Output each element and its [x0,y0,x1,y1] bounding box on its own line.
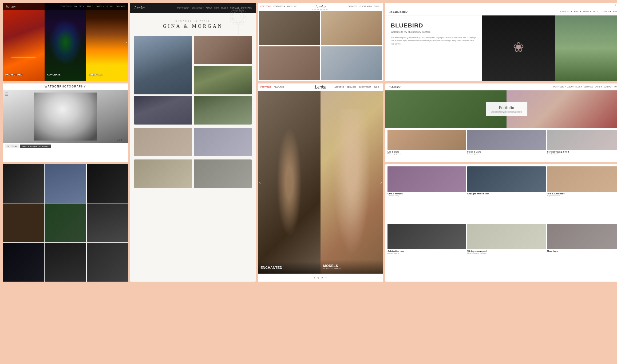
av-nav-portfolio[interactable]: PORTFOLIO ▾ [553,86,566,88]
grid-photo-4[interactable] [3,203,44,242]
aventine-bottom-grid: Gina & Morgan A modern family Engaged at… [385,164,617,282]
nav-pages[interactable]: PAGES ▾ [96,5,104,7]
nav-contact[interactable]: CONTACT [116,5,125,7]
nav-client[interactable]: CLIENT AREA [359,86,371,88]
aventine-portfolio-card: Portfolio Welcome to my photography port… [486,102,527,116]
bluebird-social-bar: f t P g+ [385,3,617,8]
av-item-3[interactable]: Forever young & wild A modern family [547,130,617,160]
grid-photo-8[interactable] [45,243,86,282]
av-b-item-1[interactable]: Gina & Morgan A modern family [387,166,466,222]
nav-services[interactable]: SERVICES [347,86,356,88]
nav-portfolio-active[interactable]: PORTFOLIO [260,86,271,88]
footer-pinterest[interactable]: P [321,276,323,279]
nav-about[interactable]: ABOUT [87,5,93,7]
av-item-2-title: Fiona & Mark [467,151,546,153]
bluebird-subtitle: Welcome to my photography portfolio [391,31,477,33]
watson-photo-grid [3,164,128,282]
gina-nav-galleries[interactable]: GALLERIES ▾ [192,7,204,9]
av-nav-services[interactable]: SERVICES [584,86,593,88]
gina-nav-about[interactable]: ABOUT [206,7,212,9]
gina-nav-portfolio[interactable]: PORTFOLIO ▾ [177,7,189,9]
ps-nav-portfolio[interactable]: PORTFOLIO [260,5,271,7]
bb-nav-portfolio[interactable]: PORTFOLIO ▾ [560,11,572,13]
av-nav-purchase[interactable]: PURCHASE [614,86,617,88]
av-b-item-6-title: More items [547,250,617,252]
festival-image [86,3,128,81]
av-b-item-2[interactable]: Engaged at the beach [467,166,546,222]
bb-nav-clients[interactable]: CLIENTS ▾ [602,11,611,13]
watson-grid-panel [3,164,128,282]
horizon-img-3[interactable]: FESTIVALS › [86,3,128,81]
bb-nav-blog[interactable]: BLOG ▾ [574,11,581,13]
svg-text:Lenka: Lenka [315,4,326,9]
page-indicator: 1 / 4 [117,138,122,141]
ps-preview-3 [259,46,320,81]
main-layout: horizon PORTFOLIO GALLERY ▾ ABOUT PAGES … [0,0,617,364]
bb-nav-about[interactable]: ABOUT [593,11,599,13]
watson-menu-icon[interactable]: ☰ [5,92,8,96]
bluebird-desc: With Bluebird photography theme you can … [391,36,477,46]
car-image [3,3,45,81]
horizon-img-2[interactable]: CONCERTS [45,3,86,81]
nav-gallery[interactable]: GALLERY ▾ [74,5,84,7]
ps-nav-client[interactable]: CLIENT AREA [359,5,371,7]
nav-blog[interactable]: BLOG ▾ [106,5,113,7]
av-item-1-title: Lila & Chad [387,151,466,153]
grid-photo-9[interactable] [87,243,128,282]
nav-portfolio[interactable]: PORTFOLIO [61,5,71,7]
horizon-label-2: CONCERTS [47,73,61,76]
filters-button[interactable]: FILTERS ▦ [5,145,19,148]
grid-photo-3[interactable] [87,164,128,203]
grid-photo-5[interactable] [45,203,86,242]
bb-nav-pages[interactable]: PAGES ▾ [583,11,591,13]
gina-nav-bio[interactable]: BIO ▾ [214,7,219,9]
footer-facebook[interactable]: f [314,276,315,279]
enchanted-label-container: ENCHANTED [258,262,321,274]
bluebird-img-dark: ❀ [482,15,555,81]
grid-photo-1[interactable] [3,164,44,203]
nav-features[interactable]: FEATURES ▾ [274,86,286,88]
av-nav-about[interactable]: ABOUT [567,86,574,88]
av-item-2-sub: Urban engagement [467,153,546,155]
next-arrow[interactable]: → [123,138,125,141]
prev-arrow[interactable]: ← [114,138,116,141]
av-item-3-sub: A modern family [547,153,617,155]
av-item-2[interactable]: Fiona & Mark Urban engagement [467,130,546,160]
bluebird-content: BLUEBIRD Welcome to my photography portf… [385,15,617,81]
slider-arrow-right[interactable]: › [380,179,382,185]
av-b-item-3-title: Tom & Antoinette [547,193,617,195]
av-nav-blog[interactable]: BLOG ▾ [575,86,582,88]
horizon-img-1[interactable]: PROJECT RED [3,3,45,81]
ps-nav-aboutme[interactable]: ABOUT ME [287,5,297,7]
av-b-item-4[interactable]: Celebrating love A family in paris [387,224,466,280]
ps-nav-blog[interactable]: BLOG ▾ [374,5,381,7]
av-b-item-3[interactable]: Tom & Antoinette A special occasion [547,166,617,222]
bluebird-social-fb[interactable]: f [615,4,616,6]
aventine-top-panel: ✦ Aventine PORTFOLIO ▾ ABOUT BLOG ▾ SERV… [385,83,617,162]
nav-blog2[interactable]: BLOG ▾ [374,86,381,88]
av-item-1[interactable]: Lila & Chad Urban engagement [387,130,466,160]
av-b-item-1-sub: A modern family [387,195,466,197]
grayscale-filter[interactable]: GRAYSCALE PHOTOGRAPHY [20,145,51,148]
bb-nav-purchase[interactable]: PURCHASE [613,11,617,13]
footer-twitter[interactable]: ✦ [325,277,327,279]
av-nav-contact[interactable]: CONTACT [604,86,612,88]
grid-photo-6[interactable] [87,203,128,242]
av-b-item-5[interactable]: Winter engagement Shira & Tobias in the … [467,224,546,280]
footer-instagram[interactable]: ◻ [317,277,319,279]
gina-photo-grid [130,36,256,188]
av-item-3-title: Forever young & wild [547,151,617,153]
enchanted-image: ENCHANTED [258,91,321,274]
nav-about-me[interactable]: ABOUT ME [334,86,344,88]
av-b-item-6[interactable]: More items [547,224,617,280]
ps-nav-features[interactable]: FEATURES ▾ [274,5,285,7]
av-nav-more[interactable]: MORE ▾ [595,86,602,88]
horizon-arrow-icon[interactable]: › [126,41,127,43]
watson-panel: WATSONPHOTOGRAPHY ☰ ← 1 / 4 → FILTERS ▦ … [3,83,128,162]
watson-logo: WATSONPHOTOGRAPHY [45,85,86,88]
grid-photo-7[interactable] [3,243,44,282]
slider-arrow-left[interactable]: ‹ [259,179,261,185]
ps-nav-services[interactable]: SERVICES [348,5,357,7]
gina-photo-extra3 [134,158,192,188]
grid-photo-2[interactable] [45,164,86,203]
